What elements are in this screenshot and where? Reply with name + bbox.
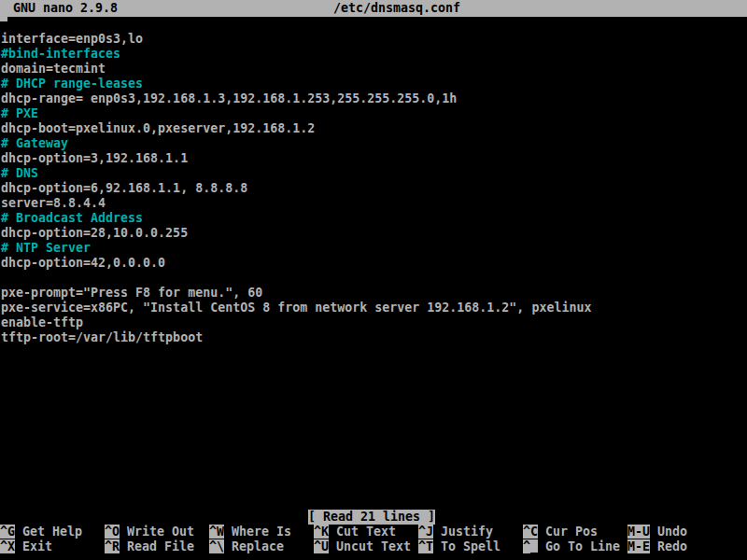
shortcut-cur-pos[interactable]: ^CCur Pos xyxy=(523,525,598,539)
editor-line[interactable]: dhcp-option=3,192.168.1.1 xyxy=(1,151,747,166)
shortcut-undo[interactable]: M-UUndo xyxy=(627,525,687,539)
shortcut-label: Cut Text xyxy=(336,525,396,539)
shortcut-label: Exit xyxy=(22,539,52,553)
shortcut-label: Cur Pos xyxy=(545,525,598,539)
editor-line[interactable]: #bind-interfaces xyxy=(1,47,747,62)
shortcut-redo[interactable]: M-ERedo xyxy=(627,539,687,554)
editor-line[interactable]: enable-tftp xyxy=(1,315,747,330)
shortcut-label: To Spell xyxy=(441,539,500,553)
terminal-screen: GNU nano 2.9.8 /etc/dnsmasq.conf interfa… xyxy=(0,0,747,560)
key-combo: ^R xyxy=(105,539,120,553)
shortcut-label: Uncut Text xyxy=(336,539,411,553)
key-combo: ^J xyxy=(418,525,433,539)
shortcut-exit[interactable]: ^XExit xyxy=(0,539,52,554)
editor-line[interactable] xyxy=(1,271,747,286)
shortcut-label: Write Out xyxy=(127,525,194,539)
shortcut-row-2: ^XExit^RRead File^\Replace^UUncut Text^T… xyxy=(0,539,747,554)
shortcut-cut-text[interactable]: ^KCut Text xyxy=(314,525,396,539)
key-combo: ^\ xyxy=(209,539,224,553)
editor-line[interactable]: pxe-service=x86PC, "Install CentOS 8 fro… xyxy=(1,301,747,315)
editor-line[interactable]: # DHCP range-leases xyxy=(1,77,747,91)
key-combo: ^U xyxy=(314,539,329,553)
key-combo: ^X xyxy=(0,539,15,553)
shortcut-label: Get Help xyxy=(22,525,82,539)
key-combo: M-U xyxy=(627,525,650,539)
editor-line[interactable]: # DNS xyxy=(1,166,747,181)
shortcut-label: Read File xyxy=(127,539,194,553)
editor-line[interactable]: dhcp-option=6,92.168.1.1, 8.8.8.8 xyxy=(1,181,747,196)
shortcut-go-to-line[interactable]: ^_Go To Line xyxy=(523,539,620,554)
editor-line[interactable]: dhcp-option=42,0.0.0.0 xyxy=(1,256,747,271)
editor-line[interactable]: # NTP Server xyxy=(1,241,747,256)
shortcut-label: Where Is xyxy=(232,525,291,539)
shortcut-label: Replace xyxy=(232,539,284,553)
editor-line[interactable]: tftp-root=/var/lib/tftpboot xyxy=(1,330,747,345)
shortcut-label: Redo xyxy=(657,539,687,553)
shortcut-where-is[interactable]: ^WWhere Is xyxy=(209,525,291,539)
shortcut-bar: ^GGet Help^OWrite Out^WWhere Is^KCut Tex… xyxy=(0,525,747,554)
editor-line[interactable]: domain=tecmint xyxy=(1,62,747,77)
nano-version: GNU nano 2.9.8 xyxy=(13,1,118,16)
key-combo: ^T xyxy=(418,539,433,553)
key-combo: ^W xyxy=(209,525,224,539)
file-path: /etc/dnsmasq.conf xyxy=(333,1,460,16)
edit-area[interactable]: interface=enp0s3,lo#bind-interfacesdomai… xyxy=(1,32,747,345)
editor-line[interactable]: # PXE xyxy=(1,106,747,121)
key-combo: ^_ xyxy=(523,539,538,553)
editor-line[interactable]: dhcp-boot=pxelinux.0,pxeserver,192.168.1… xyxy=(1,121,747,136)
key-combo: ^C xyxy=(523,525,538,539)
key-combo: ^K xyxy=(314,525,329,539)
editor-line[interactable]: interface=enp0s3,lo xyxy=(1,32,747,47)
status-message: [ Read 21 lines ] xyxy=(308,510,435,525)
shortcut-get-help[interactable]: ^GGet Help xyxy=(0,525,82,539)
shortcut-read-file[interactable]: ^RRead File xyxy=(105,539,194,554)
shortcut-label: Justify xyxy=(441,525,493,539)
shortcut-justify[interactable]: ^JJustify xyxy=(418,525,493,539)
editor-line[interactable]: dhcp-option=28,10.0.0.255 xyxy=(1,226,747,241)
shortcut-label: Go To Line xyxy=(545,539,620,553)
key-combo: ^G xyxy=(0,525,15,539)
shortcut-row-1: ^GGet Help^OWrite Out^WWhere Is^KCut Tex… xyxy=(0,525,747,539)
editor-line[interactable]: server=8.8.4.4 xyxy=(1,196,747,211)
shortcut-write-out[interactable]: ^OWrite Out xyxy=(105,525,194,539)
key-combo: M-E xyxy=(627,539,650,553)
editor-line[interactable]: dhcp-range= enp0s3,192.168.1.3,192.168.1… xyxy=(1,91,747,106)
shortcut-to-spell[interactable]: ^TTo Spell xyxy=(418,539,500,554)
shortcut-uncut-text[interactable]: ^UUncut Text xyxy=(314,539,411,554)
title-bar: GNU nano 2.9.8 /etc/dnsmasq.conf xyxy=(0,0,747,17)
shortcut-label: Undo xyxy=(657,525,687,539)
editor-line[interactable]: # Broadcast Address xyxy=(1,211,747,226)
key-combo: ^O xyxy=(105,525,120,539)
shortcut-replace[interactable]: ^\Replace xyxy=(209,539,284,554)
text-cursor xyxy=(0,17,7,21)
editor-line[interactable]: pxe-prompt="Press F8 for menu.", 60 xyxy=(1,286,747,301)
editor-line[interactable]: # Gateway xyxy=(1,136,747,151)
